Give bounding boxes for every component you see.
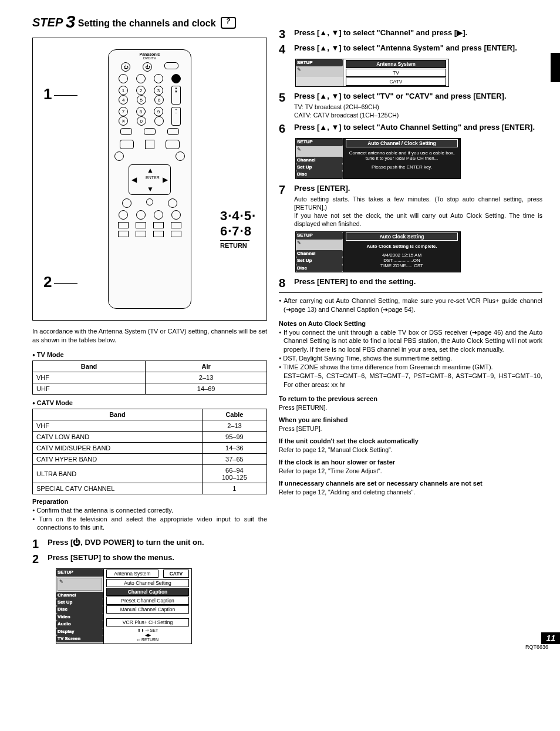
step-1: 1 Press [⏻, DVD POWER] to turn the unit … (32, 538, 267, 550)
tip-hour-off-title: If the clock is an hour slower or faster (279, 459, 542, 466)
preparation-title: Preparation (32, 498, 267, 505)
after-step8-note: After carrying out Auto Channel Setting,… (279, 297, 542, 314)
manual-ref-icon (221, 17, 236, 29)
remote-diagram: 1 2 3·4·5· 6·7·8 RETURN Panasonic DVD/TV… (32, 38, 267, 321)
osd-setup-menu: SETUP ✎ Channel Set Up Disc Video Audio … (56, 568, 192, 644)
remote-dpad: ENTER ▲ ▼ ◀ ▶ (129, 164, 171, 195)
step-2: 2 Press [SETUP] to show the menus. (32, 553, 267, 565)
step-7: 7 Press [ENTER]. Auto setting starts. Th… (279, 184, 542, 228)
callout-1: 1 (43, 85, 77, 103)
step-6: 6 Press [▲, ▼] to select "Auto Channel S… (279, 123, 542, 134)
tip-hour-off-body: Refer to page 12, "Time Zone Adjust". (279, 467, 542, 475)
tip-finished-title: When you are finished (279, 416, 542, 423)
tip-channels-body: Refer to page 12, "Adding and deleting c… (279, 488, 542, 496)
catv-mode-label: CATV Mode (32, 399, 267, 406)
tip-finished-body: Press [SETUP]. (279, 425, 542, 433)
osd-auto-channel: SETUP ✎ Channel Set Up Disc Auto Channel… (295, 138, 461, 179)
notes-clock-title: Notes on Auto Clock Setting (279, 320, 542, 327)
callout-right: 3·4·5· 6·7·8 RETURN (220, 208, 256, 249)
osd-antenna-system: SETUP ✎ Antenna System TV CATV (295, 59, 449, 87)
intro-text: In accordance with the Antenna System (T… (32, 327, 267, 345)
page-title: STEP 3 Setting the channels and clock (32, 12, 267, 32)
tip-return-title: To return to the previous screen (279, 395, 542, 402)
step-8: 8 Press [ENTER] to end the setting. (279, 277, 542, 289)
callout-2: 2 (43, 273, 77, 291)
tip-clock-fail-body: Refer to page 12, "Manual Clock Setting"… (279, 446, 542, 454)
osd-auto-clock: SETUP ✎ Channel Set Up Disc Auto Clock S… (295, 231, 461, 272)
catv-mode-table: BandCable VHF2–13 CATV LOW BAND95–99 CAT… (32, 409, 267, 494)
section-marker (551, 53, 560, 82)
tip-channels-title: If unnecessary channels are set or neces… (279, 480, 542, 487)
step-5: 5 Press [▲, ▼] to select "TV" or "CATV" … (279, 92, 542, 119)
page-number: 11 (541, 632, 560, 644)
tv-mode-table: BandAir VHF2–13 UHF14–69 (32, 361, 267, 395)
notes-clock-list: If you connect the unit through a cable … (279, 328, 542, 389)
tip-return-body: Press [RETURN]. (279, 403, 542, 412)
step-4: 4 Press [▲, ▼] to select "Antenna System… (279, 43, 542, 55)
tip-clock-fail-title: If the unit couldn't set the clock autom… (279, 437, 542, 444)
step-3: 3 Press [▲, ▼] to select "Channel" and p… (279, 28, 542, 40)
remote-brand: Panasonic (109, 52, 191, 56)
footer-code: RQT6636 (525, 644, 548, 650)
preparation-list: Confirm that the antenna is connected co… (32, 506, 267, 533)
tv-mode-label: TV Mode (32, 351, 267, 358)
